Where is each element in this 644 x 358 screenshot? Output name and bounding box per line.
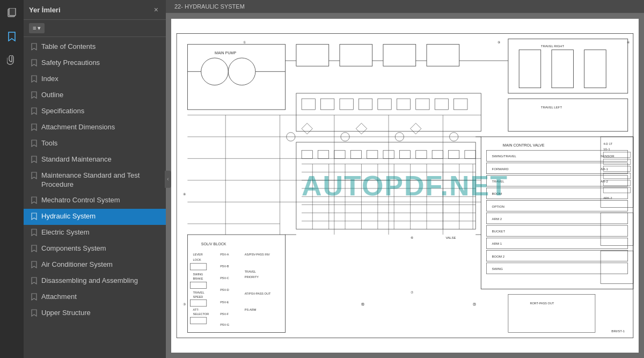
svg-text:④: ④ [627, 41, 630, 44]
sidebar-toolbar: ≡ ▾ [24, 20, 166, 37]
sidebar-item-label: Electric System [41, 228, 90, 237]
sidebar-item-mechatro-control[interactable]: Mechatro Control System [24, 193, 166, 209]
bookmark-nav-icon [31, 172, 37, 181]
bookmark-nav-icon [31, 156, 37, 165]
bookmark-nav-icon [31, 91, 37, 100]
sidebar-item-label: Maintenance Standard and Test Procedure [41, 171, 160, 189]
sidebar-item-specifications[interactable]: Specifications [24, 104, 166, 120]
svg-text:TRAVEL: TRAVEL [193, 291, 204, 294]
sidebar-item-hydraulic-system[interactable]: Hydraulic System [24, 209, 166, 225]
pages-icon[interactable] [3, 4, 20, 21]
left-toolbar [0, 0, 24, 358]
sidebar-item-label: Mechatro Control System [41, 196, 120, 205]
document-view[interactable]: MAIN PUMP TRAVEL RIGHT [166, 13, 644, 358]
svg-text:BRI/ST-1: BRI/ST-1 [611, 330, 625, 333]
collapse-sidebar-button[interactable]: ‹ [165, 171, 171, 188]
svg-text:SPEED: SPEED [193, 295, 203, 298]
sidebar-item-table-of-contents[interactable]: Table of Contents [24, 39, 166, 55]
sidebar-item-attachment[interactable]: Attachment [24, 289, 166, 305]
view-options-button[interactable]: ≡ ▾ [29, 23, 45, 33]
sidebar-item-label: Attachment [41, 293, 77, 302]
sidebar-panel: Yer İmleri × ≡ ▾ Table of Contents Safet… [24, 0, 166, 358]
svg-text:AR-1: AR-1 [601, 167, 608, 171]
svg-text:4-D 1T: 4-D 1T [603, 142, 613, 145]
svg-text:SWING: SWING [492, 267, 503, 271]
bookmark-nav-icon [31, 107, 37, 116]
sidebar-item-maintenance-standard[interactable]: Maintenance Standard and Test Procedure [24, 168, 166, 193]
svg-text:ARM 2: ARM 2 [492, 217, 502, 221]
svg-text:BOOM: BOOM [492, 192, 502, 195]
document-page: MAIN PUMP TRAVEL RIGHT [171, 19, 639, 353]
svg-text:1G-1: 1G-1 [603, 148, 610, 151]
svg-text:MAIN PUMP: MAIN PUMP [215, 51, 236, 55]
bookmark-nav-icon [31, 277, 37, 286]
svg-text:TRAVEL: TRAVEL [245, 270, 256, 273]
sidebar-item-index[interactable]: Index [24, 71, 166, 87]
svg-rect-1 [9, 8, 16, 16]
sidebar-item-disassembling[interactable]: Disassembling and Assembling [24, 273, 166, 289]
sidebar-item-label: Specifications [41, 107, 84, 116]
svg-text:⑧: ⑧ [183, 193, 186, 196]
attachment-toolbar-icon[interactable] [3, 52, 20, 69]
sidebar-item-label: Index [41, 75, 58, 84]
svg-text:SWING/TRAVEL: SWING/TRAVEL [492, 155, 517, 158]
sidebar-items-list: Table of Contents Safety Precautions Ind… [24, 37, 166, 358]
sidebar-item-label: Table of Contents [41, 42, 96, 52]
sidebar-item-upper-structure[interactable]: Upper Structure [24, 305, 166, 322]
main-content-area: 22- HYDRAULIC SYSTEM MAIN PUMP [166, 0, 644, 358]
svg-text:ATT-: ATT- [193, 308, 200, 311]
svg-text:①: ① [243, 41, 246, 44]
svg-text:PRIORITY: PRIORITY [245, 275, 259, 279]
svg-text:⑯: ⑯ [361, 303, 364, 306]
bookmark-nav-icon [31, 213, 37, 222]
svg-text:BRAKE: BRAKE [193, 277, 203, 280]
sidebar-item-outline[interactable]: Outline [24, 87, 166, 104]
svg-text:ARM 1: ARM 1 [492, 242, 502, 245]
svg-text:AT/PSV-PASS OUT: AT/PSV-PASS OUT [245, 292, 271, 295]
svg-text:LEVER: LEVER [193, 253, 203, 256]
sidebar-item-label: Attachment Dimensions [41, 123, 115, 132]
svg-text:TRAVEL: TRAVEL [492, 180, 505, 183]
bookmark-toolbar-icon[interactable] [3, 28, 20, 45]
sidebar-item-label: Air Conditioner System [41, 260, 113, 269]
svg-text:PSV-F: PSV-F [220, 312, 229, 316]
svg-text:BUCKET: BUCKET [492, 230, 506, 233]
svg-text:TRAVEL LEFT: TRAVEL LEFT [541, 106, 562, 109]
svg-text:⑦: ⑦ [411, 291, 413, 294]
sidebar-title: Yer İmleri [29, 6, 61, 14]
sidebar-item-components-system[interactable]: Components System [24, 241, 166, 257]
sidebar-item-attachment-dimensions[interactable]: Attachment Dimensions [24, 120, 166, 136]
sidebar-close-button[interactable]: × [152, 4, 160, 15]
svg-text:③: ③ [183, 303, 186, 306]
bookmark-nav-icon [31, 196, 37, 206]
svg-text:PSV-E: PSV-E [220, 301, 229, 304]
svg-text:PS-ARM: PS-ARM [245, 308, 257, 311]
bookmark-nav-icon [31, 229, 37, 238]
hydraulic-diagram-svg: MAIN PUMP TRAVEL RIGHT [171, 19, 639, 353]
svg-text:⑳: ⑳ [473, 303, 476, 306]
svg-text:PSV-G: PSV-G [220, 323, 229, 326]
sidebar-item-electric-system[interactable]: Electric System [24, 225, 166, 241]
svg-text:PSV-D: PSV-D [220, 288, 229, 291]
bookmark-nav-icon [31, 261, 37, 270]
svg-text:VALSE: VALSE [445, 236, 456, 239]
sidebar-item-air-conditioner[interactable]: Air Conditioner System [24, 257, 166, 273]
svg-text:FORWARD: FORWARD [492, 167, 509, 171]
svg-text:SOL/V BLOCK: SOL/V BLOCK [201, 242, 226, 246]
sidebar-item-label: Components System [41, 244, 106, 253]
bookmark-nav-icon [31, 59, 37, 68]
sidebar-item-label: Hydraulic System [41, 212, 96, 221]
svg-text:BOOM 2: BOOM 2 [492, 255, 505, 258]
svg-rect-2 [171, 28, 639, 343]
svg-text:⑨: ⑨ [497, 41, 500, 44]
sidebar-item-safety-precautions[interactable]: Safety Precautions [24, 55, 166, 71]
svg-text:MAIN CONTROL VALVE: MAIN CONTROL VALVE [503, 143, 545, 148]
svg-text:OPTION: OPTION [492, 205, 504, 208]
bookmark-nav-icon [31, 123, 37, 133]
svg-text:PSV-B: PSV-B [220, 265, 229, 268]
sidebar-item-label: Outline [41, 91, 63, 100]
svg-text:SELECTOR: SELECTOR [193, 312, 209, 316]
sidebar-item-standard-maintenance[interactable]: Standard Maintenance [24, 152, 166, 168]
sidebar-item-tools[interactable]: Tools [24, 136, 166, 152]
sidebar-item-label: Standard Maintenance [41, 155, 112, 164]
